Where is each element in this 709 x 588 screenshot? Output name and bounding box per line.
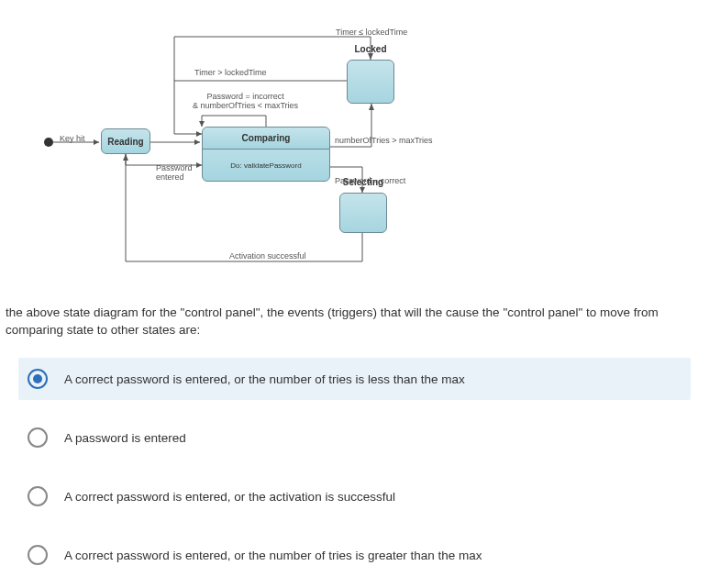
- option-label: A correct password is entered, or the nu…: [64, 549, 482, 562]
- question-text: the above state diagram for the "control…: [0, 305, 698, 339]
- state-comparing-header: Comparing: [203, 128, 329, 150]
- label-line1: Password = incorrect: [206, 92, 283, 101]
- radio-icon: [28, 545, 48, 565]
- label-activation: Activation successful: [229, 251, 306, 261]
- label-timer-lt: Timer ≤ lockedTime: [336, 28, 407, 37]
- option-label: A password is entered: [64, 431, 186, 445]
- option-label: A correct password is entered, or the nu…: [64, 372, 465, 386]
- option-1[interactable]: A correct password is entered, or the nu…: [18, 358, 691, 400]
- option-label: A correct password is entered, or the ac…: [64, 490, 395, 504]
- state-diagram: Reading Comparing Do: validatePassword L…: [37, 9, 514, 275]
- state-locked: Locked: [347, 60, 394, 104]
- label-line1: Password: [156, 163, 193, 172]
- label-password-correct: Password = correct: [335, 176, 405, 185]
- label-number-gt: numberOfTries > maxTries: [335, 136, 433, 145]
- radio-icon: [28, 369, 48, 389]
- label-line2: entered: [156, 172, 184, 182]
- svg-marker-6: [199, 121, 205, 127]
- svg-marker-8: [369, 104, 374, 110]
- state-selecting: Selecting: [339, 193, 387, 233]
- options-group: A correct password is entered, or the nu…: [18, 358, 691, 588]
- label-key-hit: Key hit: [60, 134, 85, 143]
- svg-marker-3: [194, 139, 200, 145]
- initial-state-dot: [44, 138, 53, 147]
- option-4[interactable]: A correct password is entered, or the nu…: [18, 534, 691, 576]
- label-line2: & numberOfTries < maxTries: [193, 101, 298, 110]
- label-password-incorrect: Password = incorrect & numberOfTries < m…: [193, 92, 298, 110]
- label-password-entered: Password entered: [156, 163, 193, 182]
- option-2[interactable]: A password is entered: [18, 416, 691, 459]
- state-comparing-action: Do: validatePassword: [203, 150, 329, 181]
- state-comparing: Comparing Do: validatePassword: [202, 127, 330, 182]
- radio-icon: [28, 427, 48, 448]
- svg-marker-1: [94, 139, 99, 145]
- state-reading: Reading: [101, 128, 150, 154]
- state-locked-label: Locked: [348, 44, 393, 54]
- label-timer-gt: Timer > lockedTime: [194, 68, 267, 77]
- svg-marker-5: [368, 53, 373, 60]
- option-3[interactable]: A correct password is entered, or the ac…: [18, 475, 691, 517]
- radio-icon: [28, 486, 48, 506]
